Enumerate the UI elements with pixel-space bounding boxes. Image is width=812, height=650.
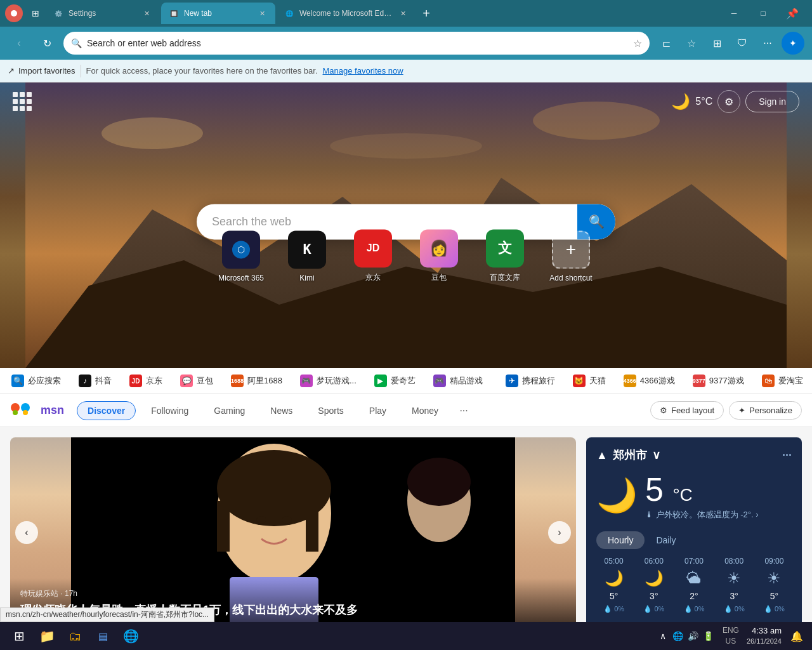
hero-settings-button[interactable]: ⚙ [717, 90, 740, 113]
shortcut-jd[interactable]: JD 京东 [348, 229, 398, 283]
profile-avatar[interactable] [5, 4, 23, 22]
quicklink-douyin[interactable]: ♪ 抖音 [70, 368, 121, 394]
weather-tab-daily[interactable]: Daily [645, 531, 687, 549]
maximize-button[interactable]: □ [749, 3, 778, 23]
msn-tab-money[interactable]: Money [402, 402, 449, 420]
hour-0800-temp: 3° [730, 591, 738, 601]
sports-label: Sports [318, 406, 343, 416]
hour-0500-time: 05:00 [605, 557, 624, 566]
msn-main-article[interactable]: 特玩娱乐站 · 17h 理发师晓华人气暴跌，直播人数不足1万，线下出出的大水来不… [10, 437, 576, 628]
tray-network-icon[interactable]: 🌐 [672, 630, 684, 642]
msn-more-button[interactable]: ··· [454, 401, 474, 421]
start-button[interactable]: ⊞ [8, 625, 30, 647]
daily-label: Daily [656, 535, 676, 545]
copilot-button[interactable]: ✦ [782, 32, 804, 55]
notification-center-button[interactable]: 🔔 [789, 628, 804, 644]
minimize-button[interactable]: ─ [719, 3, 749, 23]
powershell-button[interactable]: ▤ [91, 625, 114, 647]
tray-show-hidden-button[interactable]: ∧ [657, 630, 669, 642]
settings-tab-close[interactable]: ✕ [141, 8, 152, 19]
search-submit-icon: 🔍 [589, 214, 605, 229]
quicklink-ali1688[interactable]: 1688 阿里1688 [222, 368, 291, 394]
favorite-star-icon[interactable]: ☆ [633, 37, 642, 50]
weather-desc-text: 户外较冷。体感温度为 -2°. [656, 510, 754, 519]
tray-battery-icon[interactable]: 🔋 [702, 630, 715, 642]
signin-button[interactable]: Sign in [745, 91, 799, 112]
system-clock[interactable]: 4:33 am 26/11/2024 [747, 625, 782, 647]
msn-tab-following[interactable]: Following [141, 402, 199, 420]
quicklink-ctrip[interactable]: ✈ 携程旅行 [497, 368, 564, 394]
shortcut-add[interactable]: + Add shortcut [546, 230, 596, 282]
quicklink-jingpin[interactable]: 🎮 精品游戏 [424, 368, 492, 394]
msn-tab-play[interactable]: Play [359, 402, 396, 420]
msn-tab-news[interactable]: News [260, 402, 303, 420]
file-explorer-button[interactable]: 📁 [36, 625, 58, 647]
back-button[interactable]: ‹ [8, 32, 30, 55]
article-next-button[interactable]: › [548, 521, 571, 544]
svg-point-19 [282, 516, 292, 524]
article-prev-button[interactable]: ‹ [15, 521, 38, 544]
apps-grid-button[interactable] [13, 92, 32, 111]
shortcut-kimi[interactable]: K Kimi [282, 230, 332, 282]
svg-point-22 [407, 458, 471, 506]
personalize-button[interactable]: ✦ Personalize [729, 401, 802, 420]
clock-time: 4:33 am [747, 625, 782, 637]
msn-tab-discover[interactable]: Discover [77, 401, 136, 420]
tray-speaker-icon[interactable]: 🔊 [687, 630, 700, 642]
tmall-icon: 🐱 [573, 375, 586, 387]
quicklink-bingSearch[interactable]: 🔍 必应搜索 [3, 368, 70, 394]
shortcut-doubao[interactable]: 👩 豆包 [414, 229, 464, 283]
quicklink-aitaobao-label: 爱淘宝 [778, 375, 803, 387]
favorites-button[interactable]: ☆ [680, 32, 703, 55]
edge-tab-close[interactable]: ✕ [397, 8, 409, 19]
settings-more-button[interactable]: ··· [756, 32, 779, 55]
weather-tab-hourly[interactable]: Hourly [596, 531, 645, 549]
quicklink-doubao[interactable]: 💬 豆包 [171, 368, 222, 394]
import-favorites-button[interactable]: ↗ Import favorites [8, 66, 75, 76]
newtab-title: New tab [184, 9, 251, 18]
feed-layout-button[interactable]: ⚙ Feed layout [650, 401, 724, 420]
svg-rect-17 [306, 501, 318, 552]
taskbar: ⊞ 📁 🗂 ▤ 🌐 ∧ 🌐 🔊 🔋 ENG US 4:33 am 26/11/2… [0, 622, 812, 650]
tab-grid-button[interactable]: ⊞ [27, 4, 44, 22]
collections-button[interactable]: ⊞ [705, 32, 728, 55]
address-bar[interactable]: 🔍 Search or enter web address ☆ [63, 32, 650, 55]
discover-label: Discover [88, 406, 125, 416]
quicklink-jd[interactable]: JD 京东 [121, 368, 171, 394]
newtab-close[interactable]: ✕ [256, 8, 268, 19]
split-view-button[interactable]: ⊏ [655, 32, 678, 55]
edge-taskbar-button[interactable]: 🌐 [119, 625, 142, 647]
shortcut-m365[interactable]: ⬡ Microsoft 365 [216, 230, 266, 282]
msn-content: 特玩娱乐站 · 17h 理发师晓华人气暴跌，直播人数不足1万，线下出出的大水来不… [0, 427, 812, 638]
weather-widget: ▲ 郑州市 ∨ ··· 🌙 5 °C 🌡 户外较冷。体感温度为 -2 [586, 437, 802, 628]
mengwan-icon: 🎮 [300, 375, 313, 387]
tab-newtab[interactable]: 🔲 New tab ✕ [161, 3, 275, 24]
quicklink-4366[interactable]: 4366 4366游戏 [615, 368, 684, 394]
manage-favorites-link[interactable]: Manage favorites now [323, 66, 403, 76]
new-tab-button[interactable]: + [417, 4, 435, 22]
quicklink-aitaobao[interactable]: 🛍 爱淘宝 [753, 368, 812, 394]
quicklink-iqiyi-label: 爱奇艺 [391, 375, 416, 387]
quicklink-9377[interactable]: 9377 9377游戏 [684, 368, 753, 394]
language-indicator[interactable]: ENG US [723, 625, 739, 647]
total-commander-button[interactable]: 🗂 [63, 625, 86, 647]
weather-desc-arrow[interactable]: › [756, 510, 758, 519]
pin-button[interactable]: 📌 [778, 3, 807, 23]
hour-0700-icon: 🌥 [686, 569, 702, 587]
quicklink-iqiyi[interactable]: ▶ 爱奇艺 [365, 368, 424, 394]
quicklink-mengwan[interactable]: 🎮 梦玩游戏... [291, 368, 365, 394]
tab-edge-welcome[interactable]: 🌐 Welcome to Microsoft Edge ✕ [277, 3, 416, 24]
weather-more-button[interactable]: ··· [782, 449, 792, 462]
tab-settings[interactable]: ⚙️ Settings ✕ [46, 3, 160, 24]
tray-icons: ∧ 🌐 🔊 🔋 [657, 630, 715, 642]
hour-0700-time: 07:00 [684, 557, 704, 566]
shortcut-baidu[interactable]: 文 百度文库 [480, 229, 530, 283]
feed-layout-icon: ⚙ [660, 406, 667, 415]
msn-tab-gaming[interactable]: Gaming [204, 402, 255, 420]
browser-essentials-button[interactable]: 🛡 [731, 32, 754, 55]
url-status-bar: msn.cn/zh-cn/weather/hourlyforecast/in-河… [0, 607, 214, 622]
refresh-button[interactable]: ↻ [36, 32, 58, 55]
msn-tab-sports[interactable]: Sports [308, 402, 353, 420]
location-expand-icon[interactable]: ∨ [652, 448, 660, 462]
quicklink-tmall[interactable]: 🐱 天猫 [564, 368, 615, 394]
